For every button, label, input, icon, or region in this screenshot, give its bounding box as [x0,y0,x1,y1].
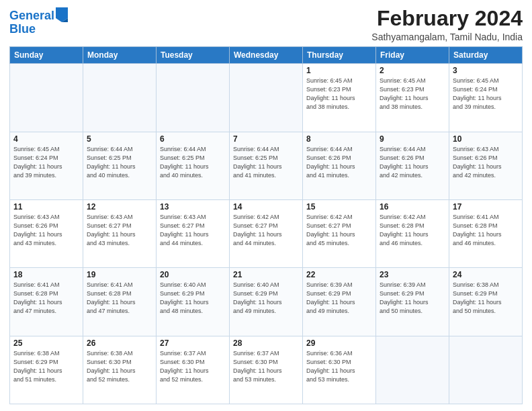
day-number: 6 [160,134,226,144]
day-number: 21 [233,270,299,279]
day-number: 20 [160,270,226,279]
day-info: Sunrise: 6:38 AM Sunset: 6:29 PM Dayligh… [453,281,519,316]
calendar-subtitle: Sathyamangalam, Tamil Nadu, India [371,32,523,42]
day-info: Sunrise: 6:43 AM Sunset: 6:27 PM Dayligh… [160,213,226,248]
calendar-cell: 4Sunrise: 6:45 AM Sunset: 6:24 PM Daylig… [10,132,83,199]
day-info: Sunrise: 6:45 AM Sunset: 6:24 PM Dayligh… [13,145,79,180]
calendar-cell [230,64,303,132]
day-number: 3 [453,66,519,75]
day-info: Sunrise: 6:45 AM Sunset: 6:23 PM Dayligh… [306,77,372,111]
day-info: Sunrise: 6:38 AM Sunset: 6:30 PM Dayligh… [87,349,152,384]
logo-text-line1: General [9,9,54,23]
day-number: 11 [13,202,79,212]
day-info: Sunrise: 6:42 AM Sunset: 6:28 PM Dayligh… [380,213,445,248]
col-monday: Monday [83,47,157,64]
day-number: 14 [233,202,299,212]
col-tuesday: Tuesday [157,47,230,64]
day-info: Sunrise: 6:42 AM Sunset: 6:27 PM Dayligh… [233,213,299,248]
day-number: 25 [13,338,79,348]
calendar-cell: 10Sunrise: 6:43 AM Sunset: 6:26 PM Dayli… [449,132,523,199]
calendar-cell: 17Sunrise: 6:41 AM Sunset: 6:28 PM Dayli… [449,199,523,267]
col-saturday: Saturday [449,47,523,64]
logo: General Blue [9,9,68,36]
calendar-header-row: Sunday Monday Tuesday Wednesday Thursday… [10,47,523,64]
day-number: 9 [380,134,445,144]
calendar-cell: 22Sunrise: 6:39 AM Sunset: 6:29 PM Dayli… [303,268,376,336]
col-thursday: Thursday [303,47,376,64]
day-number: 10 [453,134,519,144]
day-info: Sunrise: 6:40 AM Sunset: 6:29 PM Dayligh… [160,281,226,316]
calendar-cell: 6Sunrise: 6:44 AM Sunset: 6:25 PM Daylig… [157,132,230,199]
calendar-cell: 18Sunrise: 6:41 AM Sunset: 6:28 PM Dayli… [10,268,83,336]
day-info: Sunrise: 6:43 AM Sunset: 6:26 PM Dayligh… [453,145,519,180]
day-number: 23 [380,270,445,279]
calendar-cell [376,336,449,404]
day-info: Sunrise: 6:44 AM Sunset: 6:25 PM Dayligh… [233,145,299,180]
calendar-cell: 25Sunrise: 6:38 AM Sunset: 6:29 PM Dayli… [10,336,83,404]
calendar-cell: 8Sunrise: 6:44 AM Sunset: 6:26 PM Daylig… [303,132,376,199]
day-number: 7 [233,134,299,144]
day-number: 16 [380,202,445,212]
col-wednesday: Wednesday [230,47,303,64]
day-info: Sunrise: 6:44 AM Sunset: 6:26 PM Dayligh… [306,145,372,180]
day-number: 15 [306,202,372,212]
day-info: Sunrise: 6:44 AM Sunset: 6:25 PM Dayligh… [160,145,226,180]
calendar-cell: 29Sunrise: 6:36 AM Sunset: 6:30 PM Dayli… [303,336,376,404]
calendar-cell: 26Sunrise: 6:38 AM Sunset: 6:30 PM Dayli… [83,336,157,404]
day-number: 13 [160,202,226,212]
day-number: 28 [233,338,299,348]
calendar-table: Sunday Monday Tuesday Wednesday Thursday… [9,46,523,404]
col-friday: Friday [376,47,449,64]
day-info: Sunrise: 6:44 AM Sunset: 6:26 PM Dayligh… [380,145,445,180]
day-info: Sunrise: 6:44 AM Sunset: 6:25 PM Dayligh… [87,145,152,180]
day-info: Sunrise: 6:38 AM Sunset: 6:29 PM Dayligh… [13,349,79,384]
logo-icon [56,7,68,22]
day-number: 8 [306,134,372,144]
calendar-cell: 23Sunrise: 6:39 AM Sunset: 6:29 PM Dayli… [376,268,449,336]
calendar-cell: 11Sunrise: 6:43 AM Sunset: 6:26 PM Dayli… [10,199,83,267]
title-block: February 2024 Sathyamangalam, Tamil Nadu… [371,7,523,42]
day-info: Sunrise: 6:41 AM Sunset: 6:28 PM Dayligh… [13,281,79,316]
day-info: Sunrise: 6:43 AM Sunset: 6:26 PM Dayligh… [13,213,79,248]
day-info: Sunrise: 6:41 AM Sunset: 6:28 PM Dayligh… [87,281,152,316]
calendar-week-5: 25Sunrise: 6:38 AM Sunset: 6:29 PM Dayli… [10,336,523,404]
day-info: Sunrise: 6:40 AM Sunset: 6:29 PM Dayligh… [233,281,299,316]
day-number: 19 [87,270,152,279]
day-number: 29 [306,338,372,348]
day-info: Sunrise: 6:37 AM Sunset: 6:30 PM Dayligh… [160,349,226,384]
calendar-week-1: 1Sunrise: 6:45 AM Sunset: 6:23 PM Daylig… [10,64,523,132]
calendar-cell: 13Sunrise: 6:43 AM Sunset: 6:27 PM Dayli… [157,199,230,267]
header: General Blue February 2024 Sathyamangala… [9,7,523,42]
calendar-cell: 2Sunrise: 6:45 AM Sunset: 6:23 PM Daylig… [376,64,449,132]
day-info: Sunrise: 6:36 AM Sunset: 6:30 PM Dayligh… [306,349,372,384]
day-info: Sunrise: 6:45 AM Sunset: 6:24 PM Dayligh… [453,77,519,111]
calendar-cell: 5Sunrise: 6:44 AM Sunset: 6:25 PM Daylig… [83,132,157,199]
day-number: 5 [87,134,152,144]
calendar-cell: 15Sunrise: 6:42 AM Sunset: 6:27 PM Dayli… [303,199,376,267]
day-number: 17 [453,202,519,212]
day-number: 2 [380,66,445,75]
day-info: Sunrise: 6:42 AM Sunset: 6:27 PM Dayligh… [306,213,372,248]
calendar-cell: 19Sunrise: 6:41 AM Sunset: 6:28 PM Dayli… [83,268,157,336]
day-number: 12 [87,202,152,212]
day-number: 27 [160,338,226,348]
day-number: 1 [306,66,372,75]
calendar-cell: 1Sunrise: 6:45 AM Sunset: 6:23 PM Daylig… [303,64,376,132]
day-info: Sunrise: 6:43 AM Sunset: 6:27 PM Dayligh… [87,213,152,248]
calendar-cell: 16Sunrise: 6:42 AM Sunset: 6:28 PM Dayli… [376,199,449,267]
calendar-cell: 24Sunrise: 6:38 AM Sunset: 6:29 PM Dayli… [449,268,523,336]
calendar-week-2: 4Sunrise: 6:45 AM Sunset: 6:24 PM Daylig… [10,132,523,199]
calendar-week-3: 11Sunrise: 6:43 AM Sunset: 6:26 PM Dayli… [10,199,523,267]
calendar-title: February 2024 [371,7,523,30]
day-number: 18 [13,270,79,279]
calendar-cell [83,64,157,132]
calendar-cell: 20Sunrise: 6:40 AM Sunset: 6:29 PM Dayli… [157,268,230,336]
calendar-cell: 3Sunrise: 6:45 AM Sunset: 6:24 PM Daylig… [449,64,523,132]
calendar-cell: 12Sunrise: 6:43 AM Sunset: 6:27 PM Dayli… [83,199,157,267]
day-info: Sunrise: 6:45 AM Sunset: 6:23 PM Dayligh… [380,77,445,111]
col-sunday: Sunday [10,47,83,64]
day-number: 24 [453,270,519,279]
logo-text-line2: Blue [9,23,68,36]
day-info: Sunrise: 6:39 AM Sunset: 6:29 PM Dayligh… [306,281,372,316]
calendar-cell: 28Sunrise: 6:37 AM Sunset: 6:30 PM Dayli… [230,336,303,404]
